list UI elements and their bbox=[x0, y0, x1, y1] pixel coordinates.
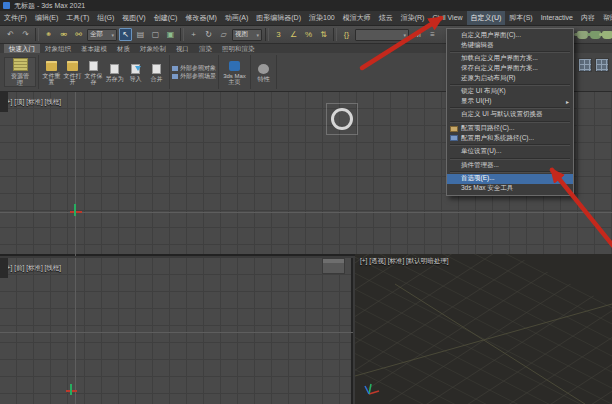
menu-customize[interactable]: 自定义(U) bbox=[467, 11, 506, 25]
select-link-icon[interactable]: ⚭ bbox=[42, 28, 55, 41]
menu-tools[interactable]: 工具(T) bbox=[62, 11, 93, 25]
rectangular-region-icon[interactable]: ▢ bbox=[149, 28, 162, 41]
select-move-icon[interactable]: + bbox=[187, 28, 200, 41]
menu-item-configure-project-paths[interactable]: 配置项目路径(C)... bbox=[447, 124, 573, 134]
menu-separator bbox=[450, 158, 570, 160]
menu-item-preferences[interactable]: 首选项(E)... bbox=[447, 174, 573, 184]
tab-object-paint[interactable]: 对象绘制 bbox=[135, 44, 171, 53]
menu-separator bbox=[450, 107, 570, 109]
menu-animation[interactable]: 动画(A) bbox=[221, 11, 252, 25]
crossing-selection-icon[interactable]: ▣ bbox=[164, 28, 177, 41]
menu-civil-view[interactable]: Civil View bbox=[428, 11, 466, 25]
import-button[interactable]: 导入 bbox=[125, 62, 146, 83]
undo-icon[interactable]: ↶ bbox=[4, 28, 17, 41]
angle-snap-icon[interactable]: ∠ bbox=[287, 28, 300, 41]
gear-icon bbox=[258, 64, 269, 74]
menu-content[interactable]: 内容 bbox=[577, 11, 599, 25]
merge-button[interactable]: 合并 bbox=[146, 62, 167, 83]
selection-filter-dropdown[interactable]: 全部 ▾ bbox=[87, 29, 117, 41]
menu-item-customize-ui[interactable]: 自定义用户界面(C)... bbox=[447, 31, 573, 41]
toolbar-separator bbox=[180, 28, 184, 41]
menu-item-units-setup[interactable]: 单位设置(U)... bbox=[447, 147, 573, 157]
menu-item-lock-ui-layout[interactable]: 锁定 UI 布局(K) bbox=[447, 87, 573, 97]
menu-item-icon bbox=[450, 126, 458, 132]
menu-views[interactable]: 视图(V) bbox=[118, 11, 149, 25]
viewport-front[interactable]: [+] [前] [标准] [线框] bbox=[0, 258, 353, 404]
tab-quick-start[interactable]: 快速入门 bbox=[4, 44, 40, 53]
menu-file[interactable]: 文件(F) bbox=[0, 11, 31, 25]
select-object-icon[interactable]: ↖ bbox=[119, 28, 132, 41]
unlink-selection-icon[interactable]: ⚮ bbox=[57, 28, 70, 41]
menu-item-save-ui-scheme[interactable]: 保存自定义用户界面方案... bbox=[447, 64, 573, 74]
redo-icon[interactable]: ↷ bbox=[19, 28, 32, 41]
viewport-side-tab[interactable] bbox=[0, 258, 8, 278]
align-icon[interactable]: ≡ bbox=[426, 28, 439, 41]
tab-object-organize[interactable]: 对象组织 bbox=[40, 44, 76, 53]
percent-snap-icon[interactable]: % bbox=[302, 28, 315, 41]
menu-item-configure-user-system-paths[interactable]: 配置用户和系统路径(C)... bbox=[447, 133, 573, 143]
menu-moxuan-dashi[interactable]: 模渲大师 bbox=[339, 11, 375, 25]
menu-item-revert-startup-layout[interactable]: 还原为启动布局(R) bbox=[447, 73, 573, 83]
tab-viewport[interactable]: 视口 bbox=[171, 44, 194, 53]
menu-render100[interactable]: 渲染100 bbox=[305, 11, 339, 25]
viewport-top-label[interactable]: [+] [顶] [标准] [线框] bbox=[5, 98, 61, 107]
edit-named-sets-icon[interactable]: {} bbox=[340, 28, 353, 41]
viewport-perspective-label[interactable]: [+] [透视] [标准] [默认明暗处理] bbox=[360, 257, 449, 266]
3ds-max-window: 无标题 - 3ds Max 2021 文件(F) 编辑(E) 工具(T) 组(G… bbox=[0, 0, 612, 404]
scene-explorer-button[interactable]: 资源管理 bbox=[4, 57, 36, 87]
file-save-button[interactable]: 文件保存 bbox=[83, 59, 104, 86]
menu-graph-editors[interactable]: 图形编辑器(D) bbox=[252, 11, 305, 25]
menu-create[interactable]: 创建(C) bbox=[150, 11, 182, 25]
menu-xuanyun[interactable]: 炫云 bbox=[375, 11, 397, 25]
menu-edit[interactable]: 编辑(E) bbox=[31, 11, 62, 25]
menu-scripting[interactable]: 脚本(S) bbox=[505, 11, 536, 25]
save-as-button[interactable]: 另存为 bbox=[104, 62, 125, 83]
menu-help[interactable]: 帮助(H) bbox=[599, 11, 612, 25]
menu-item-show-ui[interactable]: 显示 UI(H) ▸ bbox=[447, 97, 573, 107]
xref-objects-button[interactable]: 外部参照对象 bbox=[172, 64, 216, 72]
scene-cube-object[interactable] bbox=[322, 258, 345, 274]
menu-interactive[interactable]: Interactive bbox=[537, 11, 577, 25]
tab-rendering[interactable]: 渲染 bbox=[194, 44, 217, 53]
properties-button[interactable]: 特性 bbox=[253, 62, 274, 83]
viewport-perspective[interactable]: [+] [透视] [标准] [默认明暗处理] bbox=[355, 254, 612, 404]
grid-origin-line bbox=[75, 258, 76, 404]
mirror-icon[interactable]: M bbox=[411, 28, 424, 41]
render-production-icon[interactable] bbox=[602, 31, 612, 39]
menu-item-hotkey-editor[interactable]: 热键编辑器 bbox=[447, 41, 573, 51]
menu-modifiers[interactable]: 修改器(M) bbox=[181, 11, 221, 25]
lattice-grid-icon[interactable] bbox=[595, 58, 609, 72]
named-selection-field[interactable]: ▾ bbox=[355, 29, 409, 41]
grid-origin-line bbox=[0, 212, 612, 213]
menu-item-security-tools[interactable]: 3ds Max 安全工具 bbox=[447, 184, 573, 194]
array-grid-icon[interactable] bbox=[578, 58, 592, 72]
customize-menu: 自定义用户界面(C)... 热键编辑器 加载自定义用户界面方案... bbox=[446, 28, 574, 196]
toolbar-separator bbox=[265, 28, 269, 41]
menu-item-plugin-manager[interactable]: 插件管理器... bbox=[447, 161, 573, 171]
perspective-grid bbox=[355, 254, 612, 404]
select-by-name-icon[interactable]: ▤ bbox=[134, 28, 147, 41]
tab-materials[interactable]: 材质 bbox=[112, 44, 135, 53]
viewport-front-label[interactable]: [+] [前] [标准] [线框] bbox=[5, 264, 61, 273]
file-open-button[interactable]: 文件打开 bbox=[62, 59, 83, 86]
viewport-side-tab[interactable] bbox=[0, 92, 8, 112]
submenu-arrow-icon: ▸ bbox=[566, 98, 569, 105]
xref-scene-button[interactable]: 外部参照场景 bbox=[172, 72, 216, 80]
placement-gizmo-circle[interactable] bbox=[331, 108, 353, 130]
bind-spacewarp-icon[interactable]: ⚯ bbox=[72, 28, 85, 41]
snap-toggle-icon[interactable]: 3 bbox=[272, 28, 285, 41]
menu-rendering[interactable]: 渲染(R) bbox=[397, 11, 429, 25]
max-home-button[interactable]: 3ds Max 主页 bbox=[221, 59, 248, 86]
ref-coord-dropdown[interactable]: 视图 ▾ bbox=[232, 29, 262, 41]
menu-item-load-ui-scheme[interactable]: 加载自定义用户界面方案... bbox=[447, 54, 573, 64]
tab-lighting[interactable]: 照明和渲染 bbox=[217, 44, 260, 53]
tab-basic-modeling[interactable]: 基本建模 bbox=[76, 44, 112, 53]
spinner-snap-icon[interactable]: ⇅ bbox=[317, 28, 330, 41]
select-scale-icon[interactable]: ▱ bbox=[217, 28, 230, 41]
toolbar-separator bbox=[35, 28, 39, 41]
select-rotate-icon[interactable]: ↻ bbox=[202, 28, 215, 41]
menu-item-ui-defaults-switcher[interactable]: 自定义 UI 与默认设置切换器 bbox=[447, 110, 573, 120]
menu-group[interactable]: 组(G) bbox=[93, 11, 118, 25]
menu-separator bbox=[450, 121, 570, 123]
file-reset-button[interactable]: 文件重置 bbox=[41, 59, 62, 86]
